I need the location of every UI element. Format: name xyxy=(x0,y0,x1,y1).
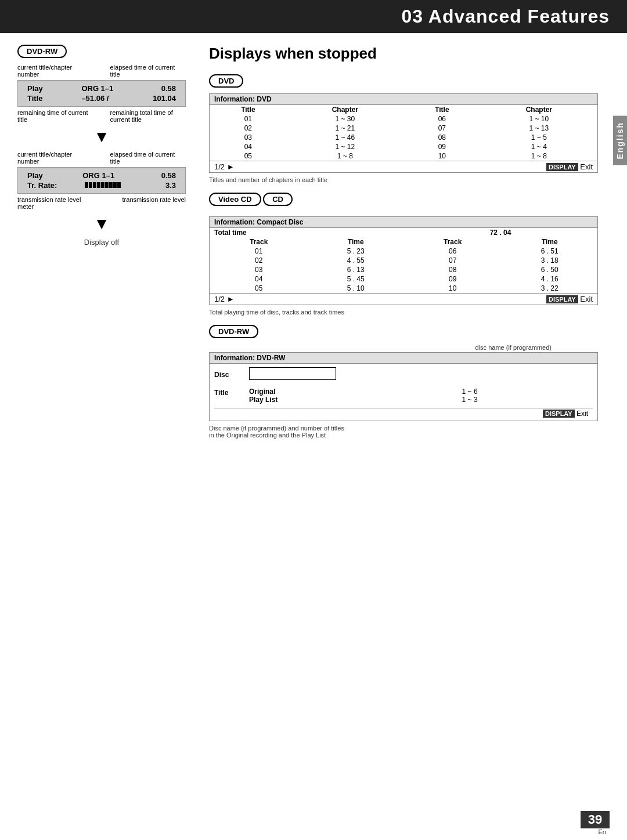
disp2-row2-val: 3.3 xyxy=(148,181,178,190)
page-header: 03 Advanced Features xyxy=(0,0,627,33)
cd-caption: Total playing time of disc, tracks and t… xyxy=(209,309,598,316)
cd-exit-btn[interactable]: Exit xyxy=(580,295,593,303)
videocd-cd-pills: Video CD CD xyxy=(209,193,598,212)
dvd-info-table: Title Chapter Title Chapter 011 ~ 30061 … xyxy=(210,105,597,161)
disp2-row2-label: Tr. Rate: xyxy=(25,181,79,190)
dvd-display-btn[interactable]: DISPLAY xyxy=(546,163,578,171)
disp1-row2-val: 101.04 xyxy=(136,94,178,103)
disp2-row1-mid: ORG 1–1 xyxy=(80,171,147,180)
tr-rate-meter xyxy=(85,182,121,188)
disp1-row2-label: Title xyxy=(25,94,78,103)
table-row: 036 . 13086 . 50 xyxy=(210,265,597,274)
dvd-col-title2: Title xyxy=(403,105,481,114)
disp1-row2-mid: –51.06 / xyxy=(79,94,135,103)
dvdrw-footer-buttons: DISPLAY Exit xyxy=(543,410,588,418)
annotation-right-2: remaining total time of current title xyxy=(110,109,186,123)
annotation-left-4: transmission rate level meter xyxy=(17,196,93,210)
cd-display-btn[interactable]: DISPLAY xyxy=(546,295,578,303)
page-title: 03 Advanced Features xyxy=(401,6,610,27)
display-box-2: Play ORG 1–1 0.58 Tr. Rate: 3.3 xyxy=(17,167,186,194)
main-content: DVD-RW current title/chapter number elap… xyxy=(0,33,627,459)
dvd-pill: DVD xyxy=(209,74,243,88)
table-row: 021 ~ 21071 ~ 13 xyxy=(210,124,597,133)
dvdrw-playlist-label: Play List xyxy=(249,396,453,404)
annotation-row-1: current title/chapter number elapsed tim… xyxy=(17,64,186,78)
dvd-footer-buttons: DISPLAY Exit xyxy=(546,162,593,171)
annotation-right-4: transmission rate level xyxy=(122,196,186,210)
table-row: 015 . 23066 . 51 xyxy=(210,247,597,256)
dvdrw-table-footer: DISPLAY Exit xyxy=(214,408,593,419)
display-box-1: Play ORG 1–1 0.58 Title –51.06 / 101.04 xyxy=(17,80,186,107)
table-row: 041 ~ 12091 ~ 4 xyxy=(210,142,597,151)
section-title: Displays when stopped xyxy=(209,45,598,63)
table-row: 031 ~ 46081 ~ 5 xyxy=(210,133,597,142)
dvd-page-indicator: 1/2 ► xyxy=(214,162,235,171)
dvdrw-original-label: Original xyxy=(249,388,453,396)
page-number: 39 xyxy=(581,811,610,828)
disp2-row1-label: Play xyxy=(25,171,79,180)
cd-col-track2: Track xyxy=(403,237,502,247)
annotation-left-2: remaining time of current title xyxy=(17,109,93,123)
dvdrw-disc-label: Disc xyxy=(210,364,244,385)
dvdrw-pill-left: DVD-RW xyxy=(17,45,67,58)
cd-col-time1: Time xyxy=(308,237,403,247)
dvdrw-info-table-wrapper: Information: DVD-RW Disc Title Original … xyxy=(209,352,598,421)
table-row: 011 ~ 30061 ~ 10 xyxy=(210,114,597,124)
disp1-row1-mid: ORG 1–1 xyxy=(79,84,135,93)
dvd-info-table-wrapper: Information: DVD Title Chapter Title Cha… xyxy=(209,93,598,173)
cd-footer-buttons: DISPLAY Exit xyxy=(546,295,593,303)
dvdrw-caption: Disc name (if programmed) and number of … xyxy=(209,425,598,439)
annotation-right-3: elapsed time of current title xyxy=(110,151,186,165)
cd-col-track1: Track xyxy=(210,237,308,247)
dvdrw-info-table: Disc Title Original Play List 1 ~ 6 1 ~ … xyxy=(210,364,597,421)
annotation-left-3: current title/chapter number xyxy=(17,151,93,165)
table-row: 051 ~ 8101 ~ 8 xyxy=(210,151,597,161)
disc-name-annotation: disc name (if programmed) xyxy=(209,344,598,351)
annotation-row-2: remaining time of current title remainin… xyxy=(17,109,186,123)
right-column: Displays when stopped DVD Information: D… xyxy=(197,33,627,459)
english-side-label: English xyxy=(613,116,627,165)
cd-info-table: Total time 72 . 04 Track Time Track Time… xyxy=(210,228,597,293)
dvdrw-title-label: Title xyxy=(210,385,244,406)
dvdrw-original-val: 1 ~ 6 xyxy=(462,388,593,396)
dvd-col-title1: Title xyxy=(210,105,287,114)
cd-info-table-wrapper: Information: Compact Disc Total time 72 … xyxy=(209,216,598,305)
table-row: 055 . 10103 . 22 xyxy=(210,284,597,293)
dvdrw-display-btn[interactable]: DISPLAY xyxy=(543,410,575,418)
dvdrw-pill-right: DVD-RW xyxy=(209,325,258,338)
dvdrw-playlist-val: 1 ~ 3 xyxy=(462,396,593,404)
dvdrw-exit-btn[interactable]: Exit xyxy=(576,410,588,418)
dvd-col-chapter1: Chapter xyxy=(287,105,403,114)
left-column: DVD-RW current title/chapter number elap… xyxy=(0,33,197,459)
dvd-info-header: Information: DVD xyxy=(210,94,597,105)
dvd-caption: Titles and number of chapters in each ti… xyxy=(209,176,598,183)
cd-table-footer: 1/2 ► DISPLAY Exit xyxy=(210,293,597,305)
table-row: 045 . 45094 . 16 xyxy=(210,274,597,284)
dvd-exit-btn[interactable]: Exit xyxy=(580,162,593,171)
cd-page-indicator: 1/2 ► xyxy=(214,295,235,303)
annotation-left-1: current title/chapter number xyxy=(17,64,93,78)
dvd-col-chapter2: Chapter xyxy=(481,105,597,114)
disp1-row1-label: Play xyxy=(25,84,78,93)
disp2-row1-val: 0.58 xyxy=(148,171,178,180)
cd-total-time-val: 72 . 04 xyxy=(403,228,597,237)
display-off-label: Display off xyxy=(17,238,186,247)
cd-total-time-label: Total time xyxy=(210,228,403,237)
disp1-row1-val: 0.58 xyxy=(136,84,178,93)
cd-pill: CD xyxy=(263,193,293,206)
page-lang: En xyxy=(599,828,606,835)
annotation-row-4: transmission rate level meter transmissi… xyxy=(17,196,186,210)
annotation-row-3: current title/chapter number elapsed tim… xyxy=(17,151,186,165)
dvdrw-info-header: Information: DVD-RW xyxy=(210,353,597,364)
videocd-pill: Video CD xyxy=(209,193,261,206)
arrow-down-2: ▼ xyxy=(17,215,186,233)
annotation-right-1: elapsed time of current title xyxy=(110,64,186,78)
table-row: 024 . 55073 . 18 xyxy=(210,256,597,265)
arrow-down-1: ▼ xyxy=(17,128,186,146)
cd-info-header: Information: Compact Disc xyxy=(210,217,597,228)
dvd-table-footer: 1/2 ► DISPLAY Exit xyxy=(210,161,597,172)
cd-col-time2: Time xyxy=(502,237,597,247)
disc-name-box xyxy=(249,367,336,380)
